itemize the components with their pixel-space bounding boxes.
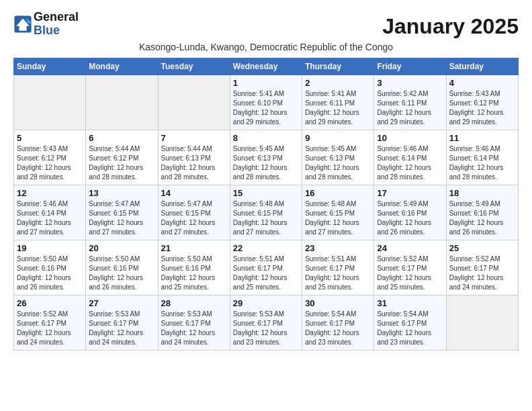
calendar-cell: 30Sunrise: 5:54 AM Sunset: 6:17 PM Dayli… — [302, 295, 374, 350]
header-saturday: Saturday — [446, 58, 518, 75]
day-number: 14 — [161, 188, 227, 198]
day-info: Sunrise: 5:45 AM Sunset: 6:13 PM Dayligh… — [233, 144, 299, 182]
calendar-cell: 13Sunrise: 5:47 AM Sunset: 6:15 PM Dayli… — [86, 185, 158, 240]
week-row-1: 1Sunrise: 5:41 AM Sunset: 6:10 PM Daylig… — [14, 75, 519, 130]
calendar-cell: 11Sunrise: 5:46 AM Sunset: 6:14 PM Dayli… — [446, 130, 518, 185]
calendar-cell: 24Sunrise: 5:52 AM Sunset: 6:17 PM Dayli… — [374, 240, 446, 295]
header-sunday: Sunday — [14, 58, 86, 75]
day-info: Sunrise: 5:44 AM Sunset: 6:13 PM Dayligh… — [161, 144, 227, 182]
calendar-cell: 28Sunrise: 5:53 AM Sunset: 6:17 PM Dayli… — [158, 295, 230, 350]
logo-line1: General — [34, 11, 79, 24]
calendar-cell: 25Sunrise: 5:52 AM Sunset: 6:17 PM Dayli… — [446, 240, 518, 295]
calendar-cell: 5Sunrise: 5:43 AM Sunset: 6:12 PM Daylig… — [14, 130, 86, 185]
day-number: 28 — [161, 298, 227, 308]
day-info: Sunrise: 5:52 AM Sunset: 6:17 PM Dayligh… — [377, 255, 443, 292]
day-info: Sunrise: 5:50 AM Sunset: 6:16 PM Dayligh… — [17, 255, 83, 292]
day-number: 1 — [233, 78, 299, 88]
calendar-cell: 17Sunrise: 5:49 AM Sunset: 6:16 PM Dayli… — [374, 185, 446, 240]
calendar-cell: 7Sunrise: 5:44 AM Sunset: 6:13 PM Daylig… — [158, 130, 230, 185]
day-info: Sunrise: 5:54 AM Sunset: 6:17 PM Dayligh… — [377, 310, 443, 347]
day-number: 30 — [305, 298, 371, 308]
day-info: Sunrise: 5:41 AM Sunset: 6:10 PM Dayligh… — [233, 89, 299, 127]
calendar-cell: 19Sunrise: 5:50 AM Sunset: 6:16 PM Dayli… — [14, 240, 86, 295]
calendar-header-row: SundayMondayTuesdayWednesdayThursdayFrid… — [14, 58, 519, 75]
calendar-cell — [446, 295, 518, 350]
day-number: 29 — [233, 298, 299, 308]
day-number: 5 — [17, 133, 83, 143]
day-number: 13 — [89, 188, 154, 198]
logo: General Blue — [13, 11, 79, 38]
calendar-cell: 6Sunrise: 5:44 AM Sunset: 6:12 PM Daylig… — [86, 130, 158, 185]
day-info: Sunrise: 5:47 AM Sunset: 6:15 PM Dayligh… — [161, 199, 227, 237]
header-thursday: Thursday — [302, 58, 374, 75]
day-info: Sunrise: 5:54 AM Sunset: 6:17 PM Dayligh… — [305, 310, 371, 347]
day-number: 8 — [233, 133, 299, 143]
calendar-cell: 20Sunrise: 5:50 AM Sunset: 6:16 PM Dayli… — [86, 240, 158, 295]
day-number: 16 — [305, 188, 371, 198]
day-number: 18 — [449, 188, 515, 198]
day-number: 6 — [89, 133, 154, 143]
calendar-cell: 27Sunrise: 5:53 AM Sunset: 6:17 PM Dayli… — [86, 295, 158, 350]
day-info: Sunrise: 5:46 AM Sunset: 6:14 PM Dayligh… — [449, 144, 515, 182]
day-info: Sunrise: 5:43 AM Sunset: 6:12 PM Dayligh… — [449, 89, 515, 127]
day-info: Sunrise: 5:44 AM Sunset: 6:12 PM Dayligh… — [89, 144, 154, 182]
week-row-2: 5Sunrise: 5:43 AM Sunset: 6:12 PM Daylig… — [14, 130, 519, 185]
calendar-cell: 4Sunrise: 5:43 AM Sunset: 6:12 PM Daylig… — [446, 75, 518, 130]
calendar-body: 1Sunrise: 5:41 AM Sunset: 6:10 PM Daylig… — [14, 75, 519, 350]
week-row-4: 19Sunrise: 5:50 AM Sunset: 6:16 PM Dayli… — [14, 240, 519, 295]
day-number: 25 — [449, 243, 515, 253]
day-number: 3 — [377, 78, 443, 88]
day-info: Sunrise: 5:42 AM Sunset: 6:11 PM Dayligh… — [377, 89, 443, 127]
calendar-table: SundayMondayTuesdayWednesdayThursdayFrid… — [13, 58, 519, 351]
logo-line2: Blue — [34, 24, 79, 38]
day-number: 27 — [89, 298, 154, 308]
calendar-cell: 16Sunrise: 5:48 AM Sunset: 6:15 PM Dayli… — [302, 185, 374, 240]
calendar-cell: 23Sunrise: 5:51 AM Sunset: 6:17 PM Dayli… — [302, 240, 374, 295]
month-title: January 2025 — [382, 14, 519, 39]
calendar-cell: 8Sunrise: 5:45 AM Sunset: 6:13 PM Daylig… — [230, 130, 302, 185]
day-info: Sunrise: 5:41 AM Sunset: 6:11 PM Dayligh… — [305, 89, 371, 127]
calendar-cell: 3Sunrise: 5:42 AM Sunset: 6:11 PM Daylig… — [374, 75, 446, 130]
day-info: Sunrise: 5:43 AM Sunset: 6:12 PM Dayligh… — [17, 144, 83, 182]
day-info: Sunrise: 5:50 AM Sunset: 6:16 PM Dayligh… — [89, 255, 154, 292]
day-number: 22 — [233, 243, 299, 253]
day-info: Sunrise: 5:51 AM Sunset: 6:17 PM Dayligh… — [305, 255, 371, 292]
day-info: Sunrise: 5:48 AM Sunset: 6:15 PM Dayligh… — [305, 199, 371, 237]
calendar-cell: 21Sunrise: 5:50 AM Sunset: 6:16 PM Dayli… — [158, 240, 230, 295]
day-info: Sunrise: 5:48 AM Sunset: 6:15 PM Dayligh… — [233, 199, 299, 237]
day-info: Sunrise: 5:53 AM Sunset: 6:17 PM Dayligh… — [161, 310, 227, 347]
day-info: Sunrise: 5:49 AM Sunset: 6:16 PM Dayligh… — [449, 199, 515, 237]
calendar-cell: 9Sunrise: 5:45 AM Sunset: 6:13 PM Daylig… — [302, 130, 374, 185]
calendar-cell: 18Sunrise: 5:49 AM Sunset: 6:16 PM Dayli… — [446, 185, 518, 240]
day-number: 4 — [449, 78, 515, 88]
day-info: Sunrise: 5:52 AM Sunset: 6:17 PM Dayligh… — [449, 255, 515, 292]
day-info: Sunrise: 5:50 AM Sunset: 6:16 PM Dayligh… — [161, 255, 227, 292]
day-number: 31 — [377, 298, 443, 308]
day-number: 24 — [377, 243, 443, 253]
day-number: 21 — [161, 243, 227, 253]
day-number: 20 — [89, 243, 154, 253]
calendar-cell: 12Sunrise: 5:46 AM Sunset: 6:14 PM Dayli… — [14, 185, 86, 240]
day-number: 2 — [305, 78, 371, 88]
day-info: Sunrise: 5:52 AM Sunset: 6:17 PM Dayligh… — [17, 310, 83, 347]
day-number: 23 — [305, 243, 371, 253]
day-info: Sunrise: 5:51 AM Sunset: 6:17 PM Dayligh… — [233, 255, 299, 292]
day-info: Sunrise: 5:49 AM Sunset: 6:16 PM Dayligh… — [377, 199, 443, 237]
day-number: 19 — [17, 243, 83, 253]
day-info: Sunrise: 5:53 AM Sunset: 6:17 PM Dayligh… — [233, 310, 299, 347]
day-info: Sunrise: 5:45 AM Sunset: 6:13 PM Dayligh… — [305, 144, 371, 182]
day-info: Sunrise: 5:53 AM Sunset: 6:17 PM Dayligh… — [89, 310, 154, 347]
calendar-cell: 14Sunrise: 5:47 AM Sunset: 6:15 PM Dayli… — [158, 185, 230, 240]
header-tuesday: Tuesday — [158, 58, 230, 75]
calendar-cell: 29Sunrise: 5:53 AM Sunset: 6:17 PM Dayli… — [230, 295, 302, 350]
header-monday: Monday — [86, 58, 158, 75]
calendar-cell: 31Sunrise: 5:54 AM Sunset: 6:17 PM Dayli… — [374, 295, 446, 350]
calendar-cell: 10Sunrise: 5:46 AM Sunset: 6:14 PM Dayli… — [374, 130, 446, 185]
day-number: 11 — [449, 133, 515, 143]
day-number: 12 — [17, 188, 83, 198]
calendar-cell: 15Sunrise: 5:48 AM Sunset: 6:15 PM Dayli… — [230, 185, 302, 240]
calendar-cell — [158, 75, 230, 130]
calendar-cell: 2Sunrise: 5:41 AM Sunset: 6:11 PM Daylig… — [302, 75, 374, 130]
header-wednesday: Wednesday — [230, 58, 302, 75]
day-info: Sunrise: 5:46 AM Sunset: 6:14 PM Dayligh… — [377, 144, 443, 182]
